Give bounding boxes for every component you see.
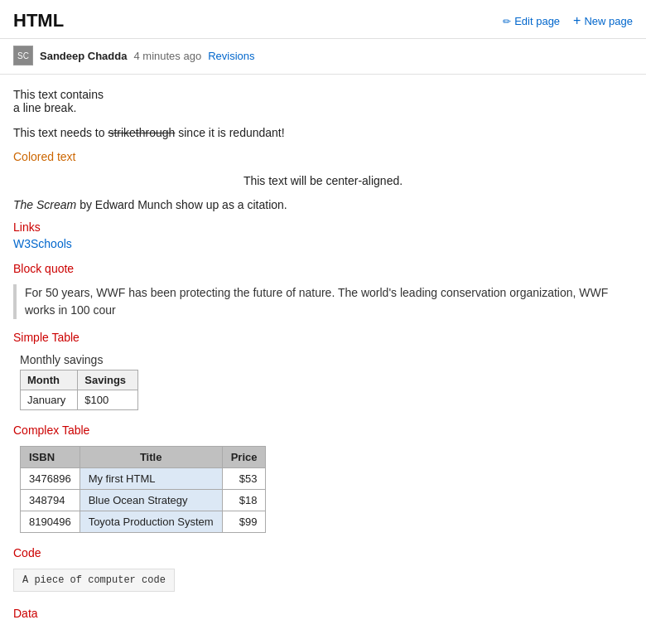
colored-text: Colored text <box>13 148 633 166</box>
price-3: $99 <box>222 511 266 533</box>
avatar: SC <box>13 46 33 65</box>
revisions-link[interactable]: Revisions <box>208 50 254 62</box>
complex-table: ISBN Title Price 3476896 My first HTML $… <box>20 446 266 533</box>
blockquote: For 50 years, WWF has been protecting th… <box>13 284 633 319</box>
strikethrough-line: This text needs to strikethrough since i… <box>13 124 633 142</box>
complex-table-heading: Complex Table <box>13 422 633 439</box>
isbn-2: 348794 <box>21 490 80 511</box>
new-page-button[interactable]: New page <box>573 13 633 28</box>
simple-table-row: January $100 <box>21 390 138 410</box>
time-ago: 4 minutes ago <box>133 50 201 62</box>
top-actions: Edit page New page <box>503 13 633 28</box>
simple-table-header-month: Month <box>21 370 78 390</box>
top-bar: HTML Edit page New page <box>0 0 646 39</box>
author-name: Sandeep Chadda <box>40 50 127 62</box>
complex-table-header-row: ISBN Title Price <box>21 447 266 468</box>
w3schools-link[interactable]: W3Schools <box>13 237 633 250</box>
line-break-text-1: This text contains <box>13 88 104 101</box>
title-3: Toyota Production System <box>80 511 222 533</box>
plus-icon <box>573 13 581 28</box>
table-row: 3476896 My first HTML $53 <box>21 468 266 490</box>
data-heading: Data <box>13 605 633 622</box>
complex-table-header-title: Title <box>80 447 222 468</box>
table-row: 8190496 Toyota Production System $99 <box>21 511 266 533</box>
isbn-3: 8190496 <box>21 511 80 533</box>
complex-table-header-isbn: ISBN <box>21 447 80 468</box>
links-heading[interactable]: Links <box>13 220 633 234</box>
isbn-1: 3476896 <box>21 468 80 490</box>
page-title: HTML <box>13 10 64 31</box>
pencil-icon <box>503 15 511 27</box>
line-break-text-2: a line break. <box>13 101 76 114</box>
simple-table-header-row: Month Savings <box>21 370 138 390</box>
complex-table-header-price: Price <box>222 447 266 468</box>
price-2: $18 <box>222 490 266 511</box>
simple-table-heading: Simple Table <box>13 329 633 346</box>
block-quote-heading: Block quote <box>13 260 633 278</box>
simple-table-header-savings: Savings <box>78 370 138 390</box>
table-caption: Monthly savings <box>20 353 633 366</box>
meta-bar: SC Sandeep Chadda 4 minutes ago Revision… <box>0 39 646 75</box>
content-area: This text contains a line break. This te… <box>0 75 646 642</box>
simple-table: Month Savings January $100 <box>20 370 138 410</box>
price-1: $53 <box>222 468 266 490</box>
blockquote-bar <box>13 284 17 319</box>
strikethrough-word: strikethrough <box>108 126 175 139</box>
edit-page-button[interactable]: Edit page <box>503 15 560 27</box>
simple-table-cell-100: $100 <box>78 390 138 410</box>
code-block: A piece of computer code <box>13 569 175 592</box>
title-2: Blue Ocean Strategy <box>80 490 222 511</box>
citation-text: The Scream by Edward Munch show up as a … <box>13 196 633 214</box>
line-break-block: This text contains a line break. <box>13 88 633 114</box>
title-1: My first HTML <box>80 468 222 490</box>
blockquote-text: For 50 years, WWF has been protecting th… <box>25 284 633 319</box>
center-aligned-text: This text will be center-aligned. <box>13 172 633 190</box>
code-heading: Code <box>13 545 633 562</box>
table-row: 348794 Blue Ocean Strategy $18 <box>21 490 266 511</box>
simple-table-cell-january: January <box>21 390 78 410</box>
